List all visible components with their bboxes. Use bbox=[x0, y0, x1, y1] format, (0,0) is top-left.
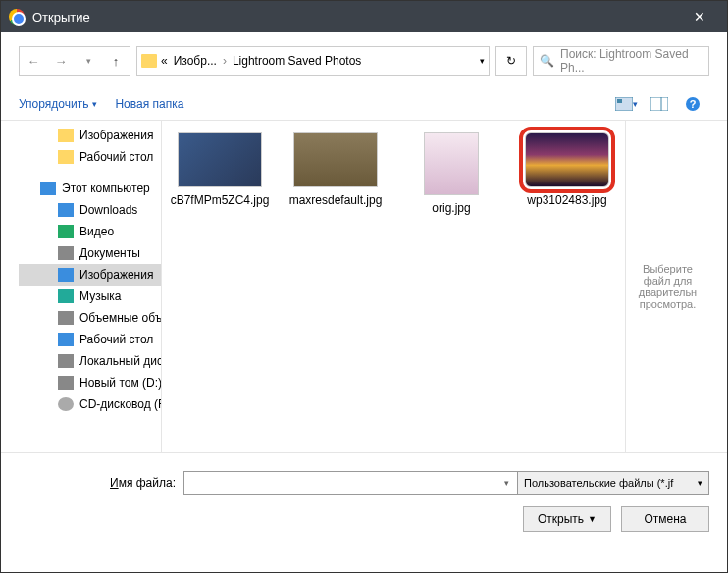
tree-images-sel[interactable]: Изображения bbox=[19, 264, 161, 286]
organize-button[interactable]: Упорядочить▾ bbox=[19, 97, 97, 111]
search-icon: 🔍 bbox=[540, 54, 554, 68]
tree-video[interactable]: Видео bbox=[19, 221, 161, 242]
address-bar-row: ← → ▾ ↑ « Изобр... › Lightroom Saved Pho… bbox=[19, 46, 709, 76]
nav-tree: Изображения Рабочий стол Этот компьютер … bbox=[19, 121, 162, 452]
tree-desktop[interactable]: Рабочий стол bbox=[19, 146, 161, 168]
back-button[interactable]: ← bbox=[20, 47, 47, 75]
tree-music[interactable]: Музыка bbox=[19, 286, 161, 307]
open-button[interactable]: Открыть▼ bbox=[523, 506, 611, 532]
cancel-button[interactable]: Отмена bbox=[621, 506, 709, 532]
svg-rect-1 bbox=[617, 99, 622, 103]
search-input[interactable]: 🔍 Поиск: Lightroom Saved Ph... bbox=[533, 46, 709, 76]
titlebar: Открытие ✕ bbox=[1, 1, 727, 32]
filename-label: Имя файла: bbox=[19, 476, 176, 490]
file-thumbnail bbox=[525, 132, 609, 187]
file-item-highlighted[interactable]: wp3102483.jpg bbox=[513, 132, 621, 209]
help-button[interactable]: ? bbox=[676, 92, 709, 116]
file-name: maxresdefault.jpg bbox=[282, 193, 390, 209]
filename-dropdown[interactable]: ▾ bbox=[504, 478, 509, 488]
chevron-right-icon: › bbox=[223, 54, 227, 68]
crumb-folder[interactable]: Lightroom Saved Photos bbox=[231, 54, 363, 68]
footer: Имя файла: ▾ Пользовательские файлы (*.j… bbox=[1, 452, 727, 549]
file-name: orig.jpg bbox=[397, 201, 505, 217]
window-title: Открытие bbox=[32, 10, 680, 25]
tree-downloads[interactable]: Downloads bbox=[19, 199, 161, 221]
tree-3d[interactable]: Объемные объ bbox=[19, 307, 161, 329]
tree-documents[interactable]: Документы bbox=[19, 242, 161, 264]
tree-this-pc[interactable]: Этот компьютер bbox=[19, 178, 161, 199]
filename-input[interactable] bbox=[183, 471, 520, 495]
tree-desktop2[interactable]: Рабочий стол bbox=[19, 329, 161, 350]
chrome-icon bbox=[9, 9, 25, 25]
chevron-icon: « bbox=[161, 54, 168, 68]
folder-icon bbox=[141, 54, 157, 68]
svg-rect-2 bbox=[650, 97, 668, 111]
new-folder-button[interactable]: Новая папка bbox=[115, 97, 183, 111]
file-thumbnail bbox=[178, 132, 262, 187]
tree-cd[interactable]: CD-дисковод (F bbox=[19, 393, 161, 415]
file-item[interactable]: maxresdefault.jpg bbox=[282, 132, 390, 209]
file-grid: cB7fMPm5ZC4.jpg maxresdefault.jpg orig.j… bbox=[162, 121, 625, 452]
crumb-images[interactable]: Изобр... bbox=[172, 54, 219, 68]
file-name: wp3102483.jpg bbox=[513, 193, 621, 209]
preview-hint: Выберите файл для дварительн просмотра. bbox=[630, 263, 705, 310]
file-name: cB7fMPm5ZC4.jpg bbox=[166, 193, 274, 209]
search-placeholder: Поиск: Lightroom Saved Ph... bbox=[560, 47, 702, 75]
filetype-select[interactable]: Пользовательские файлы (*.jf▾ bbox=[517, 471, 709, 495]
file-item[interactable]: cB7fMPm5ZC4.jpg bbox=[166, 132, 274, 209]
file-item[interactable]: orig.jpg bbox=[397, 132, 505, 217]
breadcrumb-dropdown[interactable]: ▾ bbox=[480, 56, 485, 66]
svg-text:?: ? bbox=[690, 98, 697, 110]
recent-button[interactable]: ▾ bbox=[75, 47, 102, 75]
chevron-down-icon: ▾ bbox=[698, 478, 702, 488]
tree-local-disk[interactable]: Локальный дис bbox=[19, 350, 161, 372]
up-button[interactable]: ↑ bbox=[102, 47, 130, 75]
breadcrumb[interactable]: « Изобр... › Lightroom Saved Photos ▾ bbox=[136, 46, 490, 76]
tree-images[interactable]: Изображения bbox=[19, 125, 161, 146]
chevron-down-icon: ▾ bbox=[92, 99, 97, 109]
refresh-button[interactable]: ↻ bbox=[495, 46, 527, 76]
close-button[interactable]: ✕ bbox=[680, 9, 719, 25]
forward-button[interactable]: → bbox=[47, 47, 75, 75]
toolbar: Упорядочить▾ Новая папка ▾ ? bbox=[1, 87, 727, 121]
file-thumbnail bbox=[293, 132, 378, 187]
preview-pane: Выберите файл для дварительн просмотра. bbox=[625, 121, 709, 452]
file-thumbnail bbox=[424, 132, 479, 195]
preview-pane-button[interactable] bbox=[643, 92, 676, 116]
tree-new-vol[interactable]: Новый том (D:) bbox=[19, 372, 161, 393]
view-mode-button[interactable]: ▾ bbox=[609, 92, 643, 116]
nav-buttons: ← → ▾ ↑ bbox=[19, 46, 130, 76]
